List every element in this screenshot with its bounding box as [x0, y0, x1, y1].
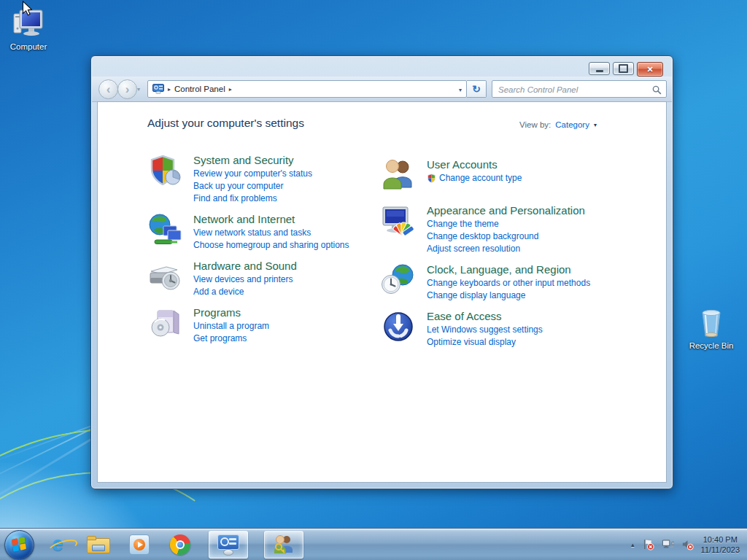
taskbar-button-control-panel[interactable] — [209, 531, 248, 559]
user-accounts-icon[interactable] — [381, 158, 416, 192]
category-title[interactable]: Ease of Access — [427, 309, 502, 323]
window-titlebar[interactable] — [91, 56, 673, 77]
desktop-icon-computer[interactable]: Computer — [2, 6, 55, 52]
link-uninstall-program[interactable]: Uninstall a program — [193, 320, 269, 332]
link-change-display-language[interactable]: Change display language — [427, 289, 525, 302]
category-ease-of-access: Ease of Access Let Windows suggest setti… — [381, 309, 608, 349]
taskbar: e — [0, 528, 747, 560]
system-tray: ▴ — [631, 529, 747, 560]
category-title[interactable]: Clock, Language, and Region — [427, 262, 571, 276]
close-button[interactable]: ✕ — [637, 62, 663, 77]
category-title[interactable]: System and Security — [193, 153, 294, 167]
recent-pages-dropdown[interactable]: ▾ — [137, 86, 140, 93]
back-icon: ‹ — [107, 83, 111, 96]
link-review-computer-status[interactable]: Review your computer's status — [193, 168, 312, 180]
view-by-control: View by: Category ▾ — [519, 120, 597, 129]
link-view-network-status[interactable]: View network status and tasks — [193, 227, 311, 239]
category-column-right: User Accounts — [381, 158, 608, 349]
close-icon: ✕ — [646, 66, 653, 74]
link-change-account-type[interactable]: Change account type — [427, 172, 522, 184]
category-title[interactable]: Programs — [193, 306, 241, 319]
category-system-and-security: System and Security Review your computer… — [147, 153, 375, 205]
control-panel-content: Adjust your computer's settings View by:… — [97, 101, 667, 483]
system-and-security-icon[interactable] — [147, 153, 182, 188]
internet-explorer-icon[interactable]: e — [45, 532, 70, 558]
category-title[interactable]: Hardware and Sound — [193, 259, 297, 273]
address-bar[interactable]: ▸ Control Panel ▸ ▾ — [147, 80, 467, 98]
link-change-theme[interactable]: Change the theme — [427, 218, 499, 230]
link-find-fix-problems[interactable]: Find and fix problems — [193, 192, 277, 205]
network-status-icon[interactable] — [662, 538, 674, 551]
search-icon — [652, 85, 662, 98]
link-homegroup-sharing[interactable]: Choose homegroup and sharing options — [193, 239, 349, 252]
refresh-icon: ↻ — [472, 83, 481, 95]
windows-logo-icon — [12, 537, 26, 552]
minimize-button[interactable] — [589, 62, 610, 75]
breadcrumb-arrow-icon[interactable]: ▸ — [229, 86, 232, 93]
breadcrumb-arrow-icon: ▸ — [168, 86, 171, 93]
link-view-devices-printers[interactable]: View devices and printers — [193, 273, 293, 286]
link-change-desktop-background[interactable]: Change desktop background — [427, 230, 538, 243]
clock-time: 10:40 PM — [701, 534, 740, 545]
maximize-button[interactable] — [613, 62, 634, 75]
desktop: Computer Recycle Bin ✕ — [0, 0, 747, 560]
taskbar-button-user-accounts[interactable] — [264, 531, 303, 559]
computer-icon — [11, 6, 46, 41]
taskbar-clock[interactable]: 10:40 PM 11/11/2023 — [701, 534, 740, 555]
volume-muted-icon[interactable] — [681, 538, 694, 551]
windows-media-player-icon[interactable] — [127, 532, 152, 558]
clock-language-region-icon[interactable] — [381, 262, 416, 298]
link-get-programs[interactable]: Get programs — [193, 332, 247, 345]
category-column-left: System and Security Review your computer… — [147, 153, 375, 345]
view-by-label: View by: — [519, 120, 551, 129]
ease-of-access-icon[interactable] — [381, 309, 416, 344]
link-optimize-visual-display[interactable]: Optimize visual display — [427, 336, 516, 349]
windows-explorer-icon[interactable] — [86, 532, 111, 558]
window-caption-buttons: ✕ — [589, 62, 663, 77]
control-panel-taskbar-icon — [217, 534, 239, 555]
desktop-icon-recycle-bin[interactable]: Recycle Bin — [685, 306, 738, 351]
forward-button[interactable]: › — [117, 79, 137, 99]
category-user-accounts: User Accounts — [381, 158, 608, 192]
uac-shield-icon — [427, 174, 436, 183]
category-title[interactable]: Appearance and Personalization — [427, 203, 585, 217]
category-hardware-and-sound: Hardware and Sound View devices and prin… — [147, 259, 375, 298]
recycle-bin-icon — [695, 306, 727, 340]
programs-icon[interactable] — [147, 306, 182, 341]
link-back-up-computer[interactable]: Back up your computer — [193, 180, 283, 192]
category-title[interactable]: Network and Internet — [193, 212, 295, 226]
taskbar-icons: e — [45, 529, 303, 560]
desktop-icon-label: Computer — [2, 42, 55, 52]
category-clock-language-region: Clock, Language, and Region Change keybo… — [381, 262, 608, 302]
search-input[interactable] — [497, 82, 649, 98]
forward-icon: › — [125, 83, 130, 96]
network-and-internet-icon[interactable] — [147, 212, 182, 247]
link-label: Change account type — [439, 172, 522, 184]
appearance-personalization-icon[interactable] — [381, 203, 416, 238]
category-appearance-personalization: Appearance and Personalization Change th… — [381, 203, 608, 255]
show-hidden-icons-button[interactable]: ▴ — [631, 541, 635, 548]
hardware-and-sound-icon[interactable] — [147, 259, 182, 294]
search-box — [492, 80, 667, 98]
control-panel-small-icon — [152, 84, 164, 94]
link-change-keyboards-input[interactable]: Change keyboards or other input methods — [427, 277, 590, 289]
link-windows-suggest-settings[interactable]: Let Windows suggest settings — [427, 324, 543, 336]
action-center-flag-icon[interactable] — [642, 538, 654, 551]
page-title: Adjust your computer's settings — [147, 117, 304, 130]
address-dropdown-icon[interactable]: ▾ — [459, 87, 462, 93]
category-title[interactable]: User Accounts — [427, 158, 498, 171]
breadcrumb-control-panel[interactable]: Control Panel — [174, 85, 225, 93]
view-by-caret-icon[interactable]: ▾ — [594, 122, 597, 128]
refresh-button[interactable]: ↻ — [467, 80, 487, 98]
chrome-icon[interactable] — [168, 532, 193, 558]
clock-date: 11/11/2023 — [701, 545, 740, 555]
start-button[interactable] — [4, 530, 34, 560]
category-programs: Programs Uninstall a program Get program… — [147, 306, 375, 345]
view-by-dropdown[interactable]: Category — [555, 120, 589, 129]
navigation-toolbar: ‹ › ▾ ▸ Control Panel ▸ — [92, 77, 672, 102]
link-add-device[interactable]: Add a device — [193, 286, 244, 298]
link-adjust-screen-resolution[interactable]: Adjust screen resolution — [427, 243, 520, 255]
back-button[interactable]: ‹ — [98, 79, 118, 99]
desktop-icon-label: Recycle Bin — [685, 341, 738, 351]
category-network-and-internet: Network and Internet View network status… — [147, 212, 375, 252]
